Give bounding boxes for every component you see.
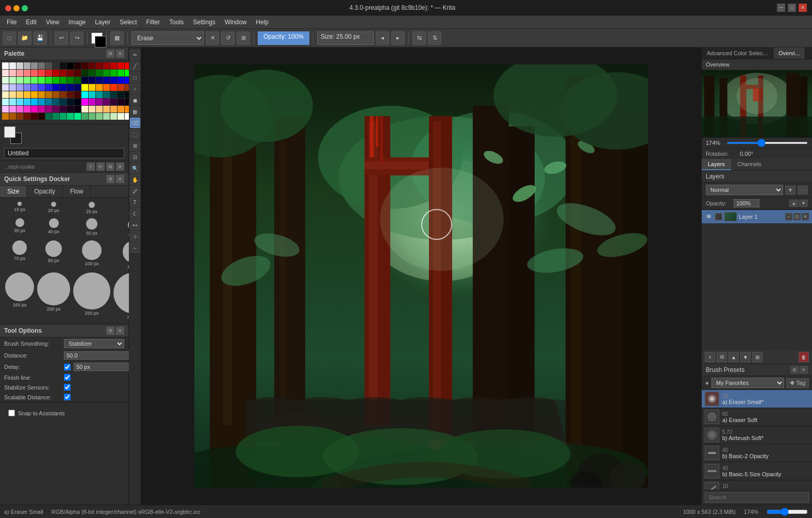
max-dot[interactable] — [22, 5, 28, 11]
palette-color-cell[interactable] — [24, 91, 30, 98]
brush-size-item[interactable]: 40 px — [36, 217, 71, 238]
palette-color-cell[interactable] — [53, 99, 59, 105]
tab-layers[interactable]: Layers — [702, 159, 731, 170]
maximize-button[interactable]: □ — [788, 4, 796, 12]
palette-color-cell[interactable] — [24, 113, 30, 120]
tool-path[interactable]: ⊷ — [130, 220, 140, 230]
palette-color-cell[interactable] — [103, 62, 110, 69]
layer-alpha-lock-1[interactable] — [715, 213, 722, 220]
brush-size-item[interactable]: 50 px — [72, 217, 111, 238]
tool-select[interactable]: ⬚ — [130, 129, 140, 139]
palette-color-cell[interactable] — [81, 70, 88, 76]
zoom-slider[interactable] — [727, 142, 808, 144]
tool-hand[interactable]: ✋ — [130, 174, 140, 185]
palette-color-cell[interactable] — [67, 91, 74, 98]
tool-freehand[interactable]: ✏ — [130, 50, 140, 60]
palette-color-cell[interactable] — [118, 84, 124, 91]
palette-color-cell[interactable] — [16, 62, 23, 69]
size-decrease-button[interactable]: ◂ — [376, 31, 389, 45]
palette-color-cell[interactable] — [16, 99, 23, 105]
palette-color-cell[interactable] — [9, 70, 16, 76]
palette-color-cell[interactable] — [74, 70, 81, 76]
brush-item-4[interactable]: 40 b) Basic-5 Size Opacity — [702, 462, 812, 480]
palette-color-cell[interactable] — [38, 62, 45, 69]
qs-tab-opacity[interactable]: Opacity — [27, 186, 63, 197]
brush-item-5[interactable]: 10 c) Pencil-2 — [702, 480, 812, 490]
palette-color-cell[interactable] — [67, 113, 74, 120]
palette-color-cell[interactable] — [38, 77, 45, 84]
palette-color-cell[interactable] — [60, 106, 67, 112]
palette-color-cell[interactable] — [24, 99, 30, 105]
layer-row-1[interactable]: 👁 Layer 1 ↔ ⊡ ✕ — [702, 210, 812, 224]
size-display[interactable]: Size: 25.00 px — [317, 31, 374, 45]
palette-color-cell[interactable] — [89, 113, 95, 120]
fg-color-swatch[interactable] — [91, 33, 103, 44]
status-zoom-slider[interactable] — [767, 508, 808, 516]
move-down-button[interactable]: ▼ — [740, 352, 751, 362]
palette-color-cell[interactable] — [24, 62, 30, 69]
palette-close-button[interactable]: ✕ — [116, 50, 124, 58]
tool-calligraphy[interactable]: ℂ — [130, 208, 140, 219]
qs-tab-flow[interactable]: Flow — [63, 186, 91, 197]
palette-color-cell[interactable] — [60, 91, 67, 98]
tool-crop[interactable]: ⊡ — [130, 152, 140, 162]
palette-color-cell[interactable] — [31, 91, 38, 98]
palette-color-cell[interactable] — [89, 70, 95, 76]
palette-color-cell[interactable] — [103, 91, 110, 98]
palette-color-cell[interactable] — [53, 106, 59, 112]
tool-zoom[interactable]: 🔍 — [130, 163, 140, 173]
palette-color-cell[interactable] — [118, 106, 124, 112]
size-increase-button[interactable]: ▸ — [391, 31, 405, 45]
palette-color-cell[interactable] — [24, 77, 30, 84]
canvas-image[interactable] — [194, 64, 648, 488]
palette-color-cell[interactable] — [74, 62, 81, 69]
palette-color-cell[interactable] — [110, 106, 117, 112]
palette-color-cell[interactable] — [67, 70, 74, 76]
palette-color-cell[interactable] — [110, 84, 117, 91]
brush-item-2[interactable]: 5.72 b) Airbrush Soft* — [702, 426, 812, 444]
brush-size-item[interactable]: 70 px — [4, 239, 35, 270]
brush-size-item[interactable]: 250 px — [72, 271, 111, 321]
palette-color-cell[interactable] — [53, 113, 59, 120]
palette-color-cell[interactable] — [31, 84, 38, 91]
layer-visibility-1[interactable]: 👁 — [705, 213, 713, 221]
menu-select[interactable]: Select — [115, 17, 141, 27]
palette-color-cell[interactable] — [89, 84, 95, 91]
palette-color-cell[interactable] — [74, 106, 81, 112]
qs-options-button[interactable]: ⚙ — [106, 175, 114, 183]
tool-text[interactable]: T — [130, 197, 140, 207]
menu-tools[interactable]: Tools — [165, 17, 188, 27]
palette-color-cell[interactable] — [118, 77, 124, 84]
palette-color-cell[interactable] — [16, 84, 23, 91]
palette-color-cell[interactable] — [38, 91, 45, 98]
close-dot[interactable] — [5, 5, 11, 11]
snap-checkbox[interactable] — [8, 410, 15, 416]
palette-color-cell[interactable] — [74, 77, 81, 84]
palette-color-cell[interactable] — [53, 91, 59, 98]
copy-layer-button[interactable]: ⧉ — [106, 163, 114, 171]
palette-color-cell[interactable] — [74, 84, 81, 91]
brush-item-3[interactable]: 40 b) Basic-2 Opacity — [702, 444, 812, 462]
palette-color-cell[interactable] — [45, 77, 52, 84]
scalable-distance-checkbox[interactable] — [64, 394, 71, 400]
palette-color-cell[interactable] — [96, 84, 103, 91]
brush-item-1[interactable]: 60 a) Eraser Soft — [702, 408, 812, 426]
tool-transform[interactable]: ⊞ — [130, 140, 140, 151]
brush-smoothing-select[interactable]: Stabilizer — [64, 339, 124, 348]
finish-line-checkbox[interactable] — [64, 374, 71, 381]
palette-color-cell[interactable] — [9, 62, 16, 69]
palette-color-cell[interactable] — [38, 84, 45, 91]
palette-color-cell[interactable] — [2, 77, 9, 84]
palette-color-cell[interactable] — [118, 91, 124, 98]
palette-color-cell[interactable] — [110, 91, 117, 98]
layer-arrow-up[interactable]: ▲ — [789, 200, 798, 207]
brush-size-item[interactable]: 80 px — [36, 239, 71, 270]
to-options-button[interactable]: ⚙ — [106, 327, 114, 335]
palette-color-cell[interactable] — [89, 62, 95, 69]
palette-color-cell[interactable] — [74, 99, 81, 105]
bp-options-button[interactable]: ⚙ — [790, 366, 799, 374]
palette-color-cell[interactable] — [118, 99, 124, 105]
palette-color-cell[interactable] — [9, 99, 16, 105]
open-button[interactable]: 📁 — [18, 31, 31, 45]
palette-color-cell[interactable] — [31, 70, 38, 76]
